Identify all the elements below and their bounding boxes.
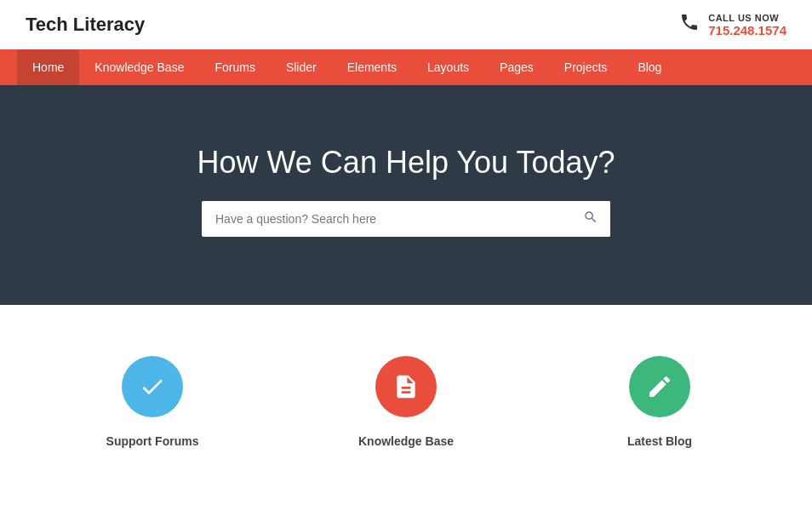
call-text: CALL US NOW 715.248.1574	[708, 13, 786, 37]
hero-title: How We Can Help You Today?	[197, 145, 615, 181]
hero-section: How We Can Help You Today?	[0, 85, 812, 305]
nav-item-forums[interactable]: Forums	[199, 49, 270, 85]
pencil-icon	[646, 373, 673, 400]
call-label: CALL US NOW	[708, 13, 779, 23]
nav-item-slider[interactable]: Slider	[271, 49, 332, 85]
phone-icon	[679, 12, 700, 37]
nav-item-layouts[interactable]: Layouts	[412, 49, 484, 85]
card-latest-blog: Latest Blog	[533, 347, 786, 456]
main-nav: Home Knowledge Base Forums Slider Elemen…	[0, 49, 812, 85]
site-logo: Tech Literacy	[26, 14, 145, 36]
check-icon	[139, 373, 166, 400]
site-header: Tech Literacy CALL US NOW 715.248.1574	[0, 0, 812, 49]
nav-item-home[interactable]: Home	[17, 49, 79, 85]
support-forums-icon-circle	[122, 356, 183, 417]
document-icon	[392, 373, 420, 400]
call-section: CALL US NOW 715.248.1574	[679, 12, 786, 37]
nav-item-elements[interactable]: Elements	[332, 49, 412, 85]
search-input[interactable]	[202, 202, 571, 236]
card-label-knowledge-base: Knowledge Base	[358, 434, 454, 448]
card-label-latest-blog: Latest Blog	[627, 434, 692, 448]
latest-blog-icon-circle	[629, 356, 690, 417]
nav-item-projects[interactable]: Projects	[549, 49, 623, 85]
knowledge-base-icon-circle	[375, 356, 437, 417]
call-number: 715.248.1574	[708, 23, 786, 37]
nav-item-pages[interactable]: Pages	[484, 49, 549, 85]
nav-item-blog[interactable]: Blog	[622, 49, 677, 85]
search-bar	[202, 201, 610, 237]
card-support-forums: Support Forums	[26, 347, 279, 456]
nav-item-knowledge-base[interactable]: Knowledge Base	[79, 49, 199, 85]
card-label-support-forums: Support Forums	[106, 434, 199, 448]
card-knowledge-base: Knowledge Base	[279, 347, 533, 456]
search-button[interactable]	[571, 201, 610, 237]
search-icon	[583, 210, 598, 225]
cards-section: Support Forums Knowledge Base Latest Blo…	[0, 305, 812, 474]
